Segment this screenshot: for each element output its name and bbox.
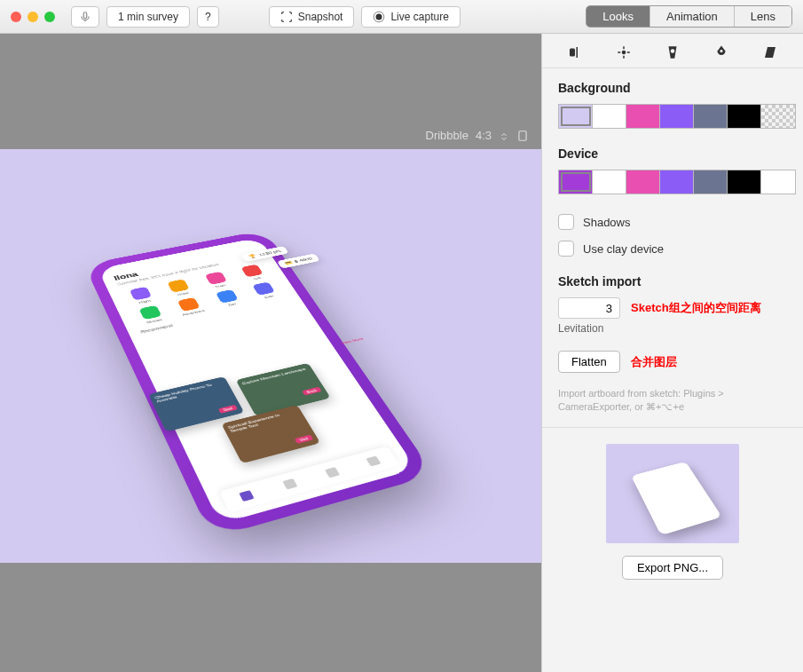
shadows-label: Shadows [583,216,630,229]
center-tool-icon[interactable] [612,43,635,62]
mode-tabs: Looks Animation Lens [586,5,792,28]
app-icon: Hotel [159,277,201,298]
price-pill: 💳 $ 4600 [276,253,319,268]
live-capture-button[interactable]: Live capture [361,6,460,28]
device-swatches [558,170,796,194]
aspect-label: 4:3 [476,129,492,142]
levitation-input[interactable] [558,297,620,319]
bg-swatches-swatch-3[interactable] [660,105,694,128]
svg-rect-5 [577,47,579,58]
preview-thumbnail [606,444,739,543]
dev-swatches-swatch-5[interactable] [728,170,761,194]
export-png-button[interactable]: Export PNG... [622,556,723,580]
inspector-sidebar: Background Device Shadows Use clay devic… [541,34,803,672]
dev-swatches-swatch-4[interactable] [694,170,728,194]
device-mockup: Ilona Summer free, let's book a flight f… [88,232,429,534]
tab-animation[interactable]: Animation [650,6,735,27]
live-capture-label: Live capture [390,11,448,23]
app-icon: Attractions [169,296,212,318]
bg-swatches-swatch-6[interactable] [761,105,795,128]
background-section: Background [542,68,803,134]
bg-swatches-swatch-2[interactable] [626,105,660,128]
orientation-icon[interactable] [516,130,529,142]
svg-rect-0 [83,12,87,18]
sketch-section: Sketch import Sketch组之间的空间距离 Levitation [542,262,803,340]
aspect-stepper-icon[interactable] [499,131,509,142]
canvas-area: Dribbble 4:3 Ilona Summer free, let's bo… [0,34,541,672]
background-swatches [558,104,796,129]
app-icon: Gift [233,263,274,283]
preview-section: Export PNG... [542,428,803,596]
svg-point-6 [623,51,626,54]
bg-swatches-swatch-1[interactable] [593,105,626,128]
bg-swatches-swatch-5[interactable] [728,105,761,128]
sketch-heading: Sketch import [558,274,787,289]
clay-row: Use clay device [542,235,803,262]
drop-tool-icon[interactable] [710,43,733,62]
device-heading: Device [558,146,787,161]
app-icon: Taxi [207,288,248,310]
flatten-button[interactable]: Flatten [558,351,620,373]
skew-tool-icon[interactable] [759,43,782,62]
close-window[interactable] [11,12,21,22]
clay-label: Use clay device [583,242,664,256]
tab-lens[interactable]: Lens [735,6,791,27]
dev-swatches-swatch-1[interactable] [593,170,626,194]
window-controls [11,12,55,22]
device-section: Device [542,134,803,200]
svg-rect-3 [519,131,526,141]
dev-swatches-swatch-2[interactable] [626,170,660,194]
snapshot-button[interactable]: Snapshot [269,6,355,28]
svg-point-8 [720,50,722,52]
snapshot-label: Snapshot [298,11,343,23]
app-icon: Eats [244,281,286,302]
svg-point-1 [376,13,382,20]
app-icon: Movies [130,304,173,327]
preset-label: Dribbble [426,129,468,142]
flatten-annotation: 合并图层 [631,354,677,370]
view-more-link: View More [341,336,365,344]
minimize-window[interactable] [28,12,38,22]
import-hint: Import artboard from sketch: Plugins > C… [542,383,803,428]
levitation-label: Levitation [558,322,787,335]
levitation-annotation: Sketch组之间的空间距离 [631,300,761,316]
bg-swatches-swatch-0[interactable] [559,105,593,128]
shadows-checkbox[interactable] [558,214,574,230]
svg-point-7 [671,49,675,53]
dev-swatches-swatch-0[interactable] [559,170,593,194]
flatten-row: Flatten 合并图层 [542,340,803,383]
clay-checkbox[interactable] [558,241,574,257]
canvas[interactable]: Ilona Summer free, let's book a flight f… [0,149,541,563]
mic-button[interactable] [71,6,99,28]
shadows-row: Shadows [542,209,803,235]
spotlight-tool-icon[interactable] [661,43,684,62]
transform-tools [542,34,803,68]
app-icon: Flight [121,285,162,307]
dev-swatches-swatch-6[interactable] [761,170,795,194]
dev-swatches-swatch-3[interactable] [660,170,694,194]
tab-looks[interactable]: Looks [587,6,650,27]
svg-rect-4 [570,49,575,57]
titlebar: 1 min survey ? Snapshot Live capture Loo… [0,0,803,34]
app-icon: Train [196,270,237,291]
align-tool-icon[interactable] [563,43,587,62]
zoom-window[interactable] [44,12,55,22]
survey-button[interactable]: 1 min survey [106,6,190,28]
bg-swatches-swatch-4[interactable] [694,105,728,128]
help-button[interactable]: ? [197,6,219,28]
background-heading: Background [558,81,787,95]
